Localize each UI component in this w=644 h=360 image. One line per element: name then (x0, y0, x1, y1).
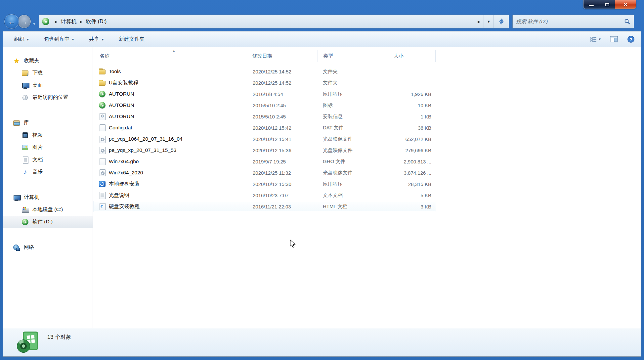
file-name: 本地硬盘安装 (109, 181, 140, 188)
file-size: 36 KB (389, 125, 436, 131)
file-size: 5 KB (389, 193, 436, 198)
breadcrumb-trailing-arrow-icon: ▶ (478, 20, 480, 23)
file-type: 应用程序 (318, 91, 389, 97)
doc-icon (99, 124, 106, 131)
file-type: 文件夹 (318, 68, 389, 75)
file-date: 2020/10/12 15:41 (247, 136, 318, 142)
file-rows: Tools 2020/12/25 14:52 文件夹 U盘安装教程 2020/1… (94, 66, 641, 212)
refresh-button[interactable] (494, 15, 509, 28)
views-icon (590, 37, 597, 42)
help-button[interactable]: ? (625, 34, 636, 44)
search-input[interactable] (516, 19, 624, 24)
recent-pages-chevron[interactable]: ▼ (32, 22, 36, 26)
sidebar-item[interactable]: 最近访问的位置 (3, 91, 93, 104)
sidebar-item[interactable]: 图片 (3, 141, 93, 154)
column-header-size[interactable]: 大小 (388, 50, 436, 62)
doc-icon (99, 158, 106, 165)
sidebar-item-label: 库 (24, 119, 29, 126)
sidebar-item[interactable]: 库 (3, 117, 93, 129)
search-icon[interactable] (624, 18, 630, 25)
maximize-button[interactable] (599, 0, 615, 9)
column-header-type[interactable]: 类型 (318, 50, 388, 62)
table-row[interactable]: 硬盘安装教程 2016/11/21 22:03 HTML 文档 3 KB (94, 201, 436, 212)
toolbar-button[interactable]: 包含到库中 (40, 34, 78, 45)
software-disc-icon (15, 330, 41, 355)
toolbar-right-group: ▾ ? (589, 34, 636, 44)
column-header-name[interactable]: 名称 (94, 50, 247, 62)
sidebar-item[interactable]: 软件 (D:) (3, 216, 93, 228)
file-date: 2016/10/23 7:07 (247, 193, 318, 198)
breadcrumb-item[interactable]: ▶ 软件 (D:) (77, 18, 107, 25)
computer-icon (13, 194, 20, 201)
file-date: 2020/10/12 15:42 (247, 125, 318, 131)
file-date: 2016/1/8 4:54 (247, 91, 318, 97)
sidebar-item-label: 本地磁盘 (C:) (32, 206, 63, 213)
address-bar[interactable]: ▶ 计算机 ▶ 软件 (D:) ▶ ▼ (39, 15, 509, 28)
disc-green-icon (99, 90, 106, 98)
sidebar-item[interactable]: 计算机 (3, 191, 93, 203)
file-name-cell: pe_yqs_xp_20_07_31_15_53 (94, 147, 247, 154)
file-size: 2,900,813 ... (389, 159, 436, 164)
table-row[interactable]: pe_yqs_xp_20_07_31_15_53 2020/10/12 15:3… (94, 145, 436, 156)
toolbar-button[interactable]: 组织 (10, 34, 33, 45)
file-date: 2020/10/12 15:30 (247, 181, 318, 187)
sidebar-item[interactable]: 本地磁盘 (C:) (3, 203, 93, 216)
table-row[interactable]: AUTORUN 2015/5/10 2:45 安装信息 1 KB (94, 111, 436, 122)
file-size: 3 KB (389, 204, 436, 209)
breadcrumb-item[interactable]: ▶ 计算机 (52, 18, 77, 25)
file-type: 安装信息 (318, 113, 389, 120)
breadcrumb-label[interactable]: 软件 (D:) (86, 18, 107, 25)
breadcrumb-label[interactable]: 计算机 (61, 18, 77, 25)
table-row[interactable]: U盘安装教程 2020/12/25 14:52 文件夹 (94, 77, 436, 88)
minimize-button[interactable] (583, 0, 599, 9)
sidebar-item[interactable]: 音乐 (3, 166, 93, 178)
sidebar-item[interactable]: 下载 (3, 67, 93, 79)
views-caret-icon: ▾ (599, 37, 601, 41)
sidebar-item[interactable]: 收藏夹 (3, 55, 93, 67)
sidebar-item-label: 视频 (32, 132, 43, 139)
table-row[interactable]: 本地硬盘安装 2020/10/12 15:30 应用程序 28,315 KB (94, 178, 436, 190)
sidebar-item[interactable]: 网络 (3, 241, 93, 253)
sidebar-item-label: 软件 (D:) (32, 218, 53, 225)
forward-arrow-icon: → (21, 18, 28, 25)
forward-button[interactable]: → (17, 15, 31, 28)
file-name-cell: pe_yqs_1064_20_07_31_16_04 (94, 135, 247, 143)
table-row[interactable]: AUTORUN 2016/1/8 4:54 应用程序 1,926 KB (94, 88, 436, 100)
close-button[interactable]: × (615, 0, 636, 9)
file-name: AUTORUN (109, 102, 134, 108)
sidebar-item[interactable]: 文档 (3, 154, 93, 166)
library-icon (13, 119, 20, 127)
file-name: AUTORUN (109, 113, 134, 119)
address-dropdown-button[interactable]: ▼ (484, 15, 494, 28)
table-row[interactable]: Tools 2020/12/25 14:52 文件夹 (94, 66, 436, 77)
sidebar-item[interactable]: 桌面 (3, 79, 93, 91)
table-row[interactable]: AUTORUN 2015/5/10 2:45 图标 10 KB (94, 100, 436, 111)
file-name: 光盘说明 (109, 192, 129, 199)
sidebar-item-label: 音乐 (32, 168, 43, 175)
table-row[interactable]: pe_yqs_1064_20_07_31_16_04 2020/10/12 15… (94, 133, 436, 145)
file-date: 2020/12/25 14:52 (247, 69, 318, 74)
toolbar-button[interactable]: 新建文件夹 (115, 34, 149, 45)
preview-pane-button[interactable] (608, 35, 620, 44)
sidebar-item-label: 桌面 (32, 82, 43, 89)
minimize-icon (589, 5, 594, 6)
table-row[interactable]: Win7x64_2020 2020/12/25 11:32 光盘映像文件 3,8… (94, 167, 436, 178)
drive-d-icon (21, 218, 29, 226)
change-view-button[interactable]: ▾ (589, 35, 602, 43)
table-row[interactable]: Config.dat 2020/10/12 15:42 DAT 文件 36 KB (94, 122, 436, 133)
file-name: pe_yqs_xp_20_07_31_15_53 (109, 147, 176, 153)
folder-icon (99, 79, 106, 86)
file-size: 279,696 KB (389, 148, 436, 153)
file-name-cell: 硬盘安装教程 (94, 203, 247, 210)
sidebar-item-label: 图片 (32, 144, 43, 151)
table-row[interactable]: 光盘说明 2016/10/23 7:07 文本文档 5 KB (94, 190, 436, 201)
toolbar-button[interactable]: 共享 (85, 34, 108, 45)
column-header-date[interactable]: 修改日期 (247, 50, 318, 62)
back-button[interactable]: ← (4, 14, 19, 29)
file-type: 应用程序 (318, 181, 389, 187)
sidebar-item-label: 计算机 (24, 194, 39, 201)
search-box[interactable] (512, 15, 634, 28)
table-row[interactable]: Win7x64.gho 2019/9/7 19:25 GHO 文件 2,900,… (94, 156, 436, 167)
maximize-icon (605, 3, 609, 6)
sidebar-item[interactable]: 视频 (3, 129, 93, 141)
